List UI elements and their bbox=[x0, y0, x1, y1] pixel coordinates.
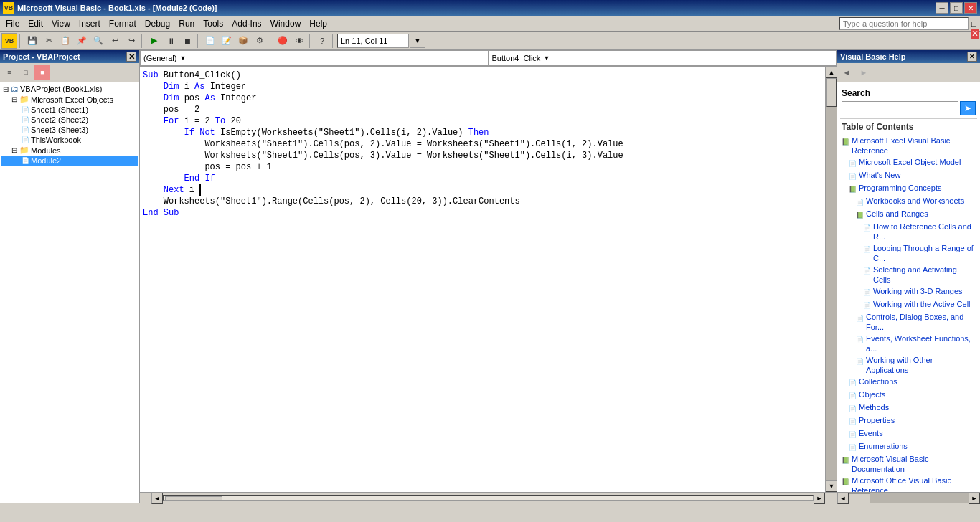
menu-addins[interactable]: Add-Ins bbox=[227, 16, 265, 31]
project-toggle-button[interactable]: ■ bbox=[34, 65, 50, 80]
minimize-button[interactable]: ─ bbox=[936, 2, 948, 14]
project-close-button[interactable]: ✕ bbox=[126, 52, 136, 62]
help-back-button[interactable]: ◄ bbox=[839, 65, 854, 80]
toc-item-how-reference-cells[interactable]: 📄 How to Reference Cells and R... bbox=[842, 221, 976, 242]
tree-vbaproject[interactable]: ⊟ 🗂 VBAProject (Book1.xls) bbox=[1, 84, 138, 94]
help-forward-button[interactable]: ► bbox=[856, 65, 872, 80]
tb-run-button[interactable]: ▶ bbox=[146, 33, 162, 49]
toc-item-collections[interactable]: 📄 Collections bbox=[842, 376, 976, 389]
menu-help[interactable]: Help bbox=[305, 16, 331, 31]
toc-item-3d-ranges[interactable]: 📄 Working with 3-D Ranges bbox=[842, 285, 976, 298]
toc-item-looping[interactable]: 📄 Looping Through a Range of C... bbox=[842, 242, 976, 264]
menu-tools[interactable]: Tools bbox=[199, 16, 227, 31]
tree-excel-objects[interactable]: ⊟ 📁 Microsoft Excel Objects bbox=[1, 94, 138, 105]
editor-vertical-scrollbar: ▲ ▼ bbox=[825, 67, 837, 492]
scroll-up-button[interactable]: ▲ bbox=[826, 67, 837, 78]
tb-redo-button[interactable]: ↪ bbox=[123, 33, 139, 49]
tree-module2[interactable]: 📄 Module2 bbox=[1, 156, 138, 166]
procedure-dropdown[interactable]: Button4_Click ▼ bbox=[489, 50, 837, 66]
tb-copy-button[interactable]: 📋 bbox=[57, 33, 73, 49]
app-restore-button[interactable]: □ bbox=[971, 19, 979, 29]
menu-bar: File Edit View Insert Format Debug Run T… bbox=[0, 16, 980, 32]
tb-stop-button[interactable]: ⏹ bbox=[179, 33, 195, 49]
toc-item-methods[interactable]: 📄 Methods bbox=[842, 402, 976, 414]
menu-edit[interactable]: Edit bbox=[24, 16, 47, 31]
help-search-input[interactable] bbox=[842, 101, 958, 115]
toc-item-ms-office-vba[interactable]: 📗 Microsoft Office Visual Basic Referenc… bbox=[842, 475, 976, 492]
h-scroll-thumb[interactable] bbox=[165, 496, 222, 500]
tree-sheet1[interactable]: 📄 Sheet1 (Sheet1) bbox=[1, 105, 138, 115]
toc-item-ms-vb-doc[interactable]: 📗 Microsoft Visual Basic Documentation bbox=[842, 453, 976, 475]
toc-item-workbooks-worksheets[interactable]: 📄 Workbooks and Worksheets bbox=[842, 195, 976, 208]
tb-cut-button[interactable]: ✂ bbox=[41, 33, 57, 49]
app-minimize-button[interactable]: ─ bbox=[971, 9, 979, 19]
scroll-right-button[interactable]: ► bbox=[814, 493, 825, 504]
toc-item-programming-concepts[interactable]: 📗 Programming Concepts bbox=[842, 182, 976, 195]
menu-run[interactable]: Run bbox=[174, 16, 199, 31]
title-text: Microsoft Visual Basic - Book1.xls - [Mo… bbox=[17, 4, 936, 12]
menu-insert[interactable]: Insert bbox=[75, 16, 105, 31]
tree-modules[interactable]: ⊟ 📁 Modules bbox=[1, 145, 138, 156]
menu-debug[interactable]: Debug bbox=[141, 16, 174, 31]
general-dropdown[interactable]: (General) ▼ bbox=[140, 50, 489, 66]
menu-view[interactable]: View bbox=[47, 16, 75, 31]
tb-save-button[interactable]: 💾 bbox=[24, 33, 40, 49]
tb-userform-button[interactable]: 📄 bbox=[202, 33, 218, 49]
tb-help-button[interactable]: ? bbox=[314, 33, 330, 49]
help-close-button[interactable]: ✕ bbox=[967, 52, 977, 62]
project-view-code-button[interactable]: ≡ bbox=[1, 65, 17, 80]
toc-item-ms-excel-vba-ref[interactable]: 📗 Microsoft Excel Visual Basic Reference bbox=[842, 135, 976, 156]
scroll-track[interactable] bbox=[826, 78, 837, 480]
menu-window[interactable]: Window bbox=[266, 16, 306, 31]
main-layout: Project - VBAProject ✕ ≡ □ ■ ⊟ 🗂 VBAProj… bbox=[0, 50, 980, 503]
tb-undo-button[interactable]: ↩ bbox=[107, 33, 123, 49]
maximize-button[interactable]: □ bbox=[950, 2, 963, 14]
search-button[interactable]: ➤ bbox=[960, 101, 976, 115]
toc-item-other-apps[interactable]: 📄 Working with Other Applications bbox=[842, 354, 976, 376]
h-scroll-track[interactable] bbox=[163, 495, 814, 501]
help-search-input[interactable] bbox=[839, 17, 969, 30]
toc-item-cells-ranges[interactable]: 📗 Cells and Ranges bbox=[842, 208, 976, 221]
scroll-thumb[interactable] bbox=[826, 78, 837, 107]
tb-breakpoint-button[interactable]: 🔴 bbox=[275, 33, 291, 49]
editor-area: (General) ▼ Button4_Click ▼ Sub Button4_… bbox=[140, 50, 837, 503]
code-line-4: pos = 2 bbox=[143, 104, 822, 115]
toc-item-controls[interactable]: 📄 Controls, Dialog Boxes, and For... bbox=[842, 311, 976, 333]
toc-item-active-cell[interactable]: 📄 Working with the Active Cell bbox=[842, 298, 976, 311]
tb-class-button[interactable]: 📦 bbox=[235, 33, 251, 49]
menu-file[interactable]: File bbox=[1, 16, 24, 31]
help-scroll-right[interactable]: ► bbox=[969, 493, 980, 504]
help-scroll-thumb[interactable] bbox=[849, 493, 870, 503]
tree-sheet2[interactable]: 📄 Sheet2 (Sheet2) bbox=[1, 115, 138, 125]
toc-item-whats-new[interactable]: 📄 What's New bbox=[842, 169, 976, 182]
toc-item-properties[interactable]: 📄 Properties bbox=[842, 414, 976, 427]
tree-thisworkbook[interactable]: 📄 ThisWorkbook bbox=[1, 135, 138, 145]
tb-pause-button[interactable]: ⏸ bbox=[163, 33, 179, 49]
page-icon-6: 📄 bbox=[863, 266, 871, 276]
toc-item-events[interactable]: 📄 Events, Worksheet Functions, a... bbox=[842, 333, 976, 354]
tb-sep6 bbox=[332, 34, 335, 48]
scroll-left-button[interactable]: ◄ bbox=[151, 493, 163, 504]
toc-item-enumerations[interactable]: 📄 Enumerations bbox=[842, 440, 976, 453]
menu-format[interactable]: Format bbox=[105, 16, 141, 31]
help-scroll-left[interactable]: ◄ bbox=[837, 493, 849, 504]
tree-sheet3[interactable]: 📄 Sheet3 (Sheet3) bbox=[1, 125, 138, 135]
tb-watch-button[interactable]: 👁 bbox=[291, 33, 307, 49]
toc-item-objects[interactable]: 📄 Objects bbox=[842, 389, 976, 402]
app-close-button[interactable]: ✕ bbox=[971, 29, 979, 39]
tb-dropdown-button[interactable]: ▼ bbox=[410, 34, 425, 48]
project-view-object-button[interactable]: □ bbox=[18, 65, 34, 80]
scroll-down-button[interactable]: ▼ bbox=[826, 480, 837, 492]
editor-horizontal-scrollbar: ◄ ► bbox=[140, 492, 837, 503]
search-label: Search bbox=[842, 88, 976, 98]
toc-item-object-model[interactable]: 📄 Microsoft Excel Object Model bbox=[842, 156, 976, 169]
tb-find-button[interactable]: 🔍 bbox=[90, 33, 106, 49]
toc-item-selecting-activating[interactable]: 📄 Selecting and Activating Cells bbox=[842, 264, 976, 285]
code-editor[interactable]: Sub Button4_Click() Dim i As Integer Dim… bbox=[140, 67, 825, 492]
project-toolbar: ≡ □ ■ bbox=[0, 63, 139, 82]
tb-paste-button[interactable]: 📌 bbox=[74, 33, 90, 49]
tb-module-button[interactable]: 📝 bbox=[219, 33, 235, 49]
help-scroll-track[interactable] bbox=[849, 493, 969, 503]
toc-item-events2[interactable]: 📄 Events bbox=[842, 427, 976, 440]
tb-proc-button[interactable]: ⚙ bbox=[252, 33, 268, 49]
